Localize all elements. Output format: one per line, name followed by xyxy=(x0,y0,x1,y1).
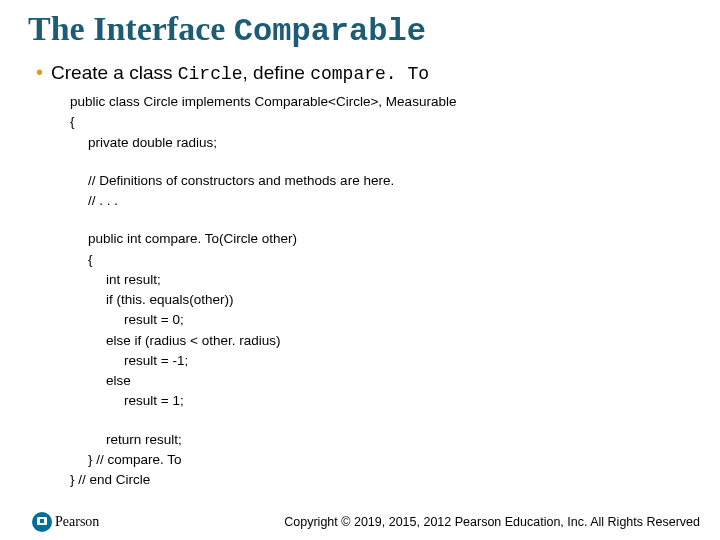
title-text: The Interface xyxy=(28,10,234,47)
bullet-icon: • xyxy=(36,62,43,82)
code-line: return result; xyxy=(70,430,692,450)
code-line: public class Circle implements Comparabl… xyxy=(70,92,692,112)
bullet-code-1: Circle xyxy=(178,64,243,84)
footer: Pearson Copyright © 2019, 2015, 2012 Pea… xyxy=(0,512,720,532)
bullet-text: Create a class Circle, define compare. T… xyxy=(51,62,429,84)
pearson-logo: Pearson xyxy=(32,512,99,532)
bullet-code-2: compare. To xyxy=(310,64,429,84)
code-line: } // compare. To xyxy=(70,450,692,470)
code-line: int result; xyxy=(70,270,692,290)
code-block: public class Circle implements Comparabl… xyxy=(70,92,692,490)
code-line: result = 0; xyxy=(70,310,692,330)
code-line: private double radius; xyxy=(70,133,692,153)
code-line: // Definitions of constructors and metho… xyxy=(70,171,692,191)
code-line: } // end Circle xyxy=(70,470,692,490)
bullet-mid: , define xyxy=(243,62,311,83)
pearson-logo-text: Pearson xyxy=(55,514,99,530)
code-line: public int compare. To(Circle other) xyxy=(70,229,692,249)
title-code: Comparable xyxy=(234,13,426,50)
code-line: { xyxy=(70,250,692,270)
bullet-prefix: Create a class xyxy=(51,62,178,83)
slide-title: The Interface Comparable xyxy=(28,10,692,50)
code-line: result = 1; xyxy=(70,391,692,411)
copyright-text: Copyright © 2019, 2015, 2012 Pearson Edu… xyxy=(99,515,700,529)
code-line: else xyxy=(70,371,692,391)
code-line: result = -1; xyxy=(70,351,692,371)
code-line: else if (radius < other. radius) xyxy=(70,331,692,351)
code-line: if (this. equals(other)) xyxy=(70,290,692,310)
pearson-logo-icon xyxy=(32,512,52,532)
code-line: // . . . xyxy=(70,191,692,211)
bullet-item: • Create a class Circle, define compare.… xyxy=(36,62,692,84)
code-line: { xyxy=(70,112,692,132)
